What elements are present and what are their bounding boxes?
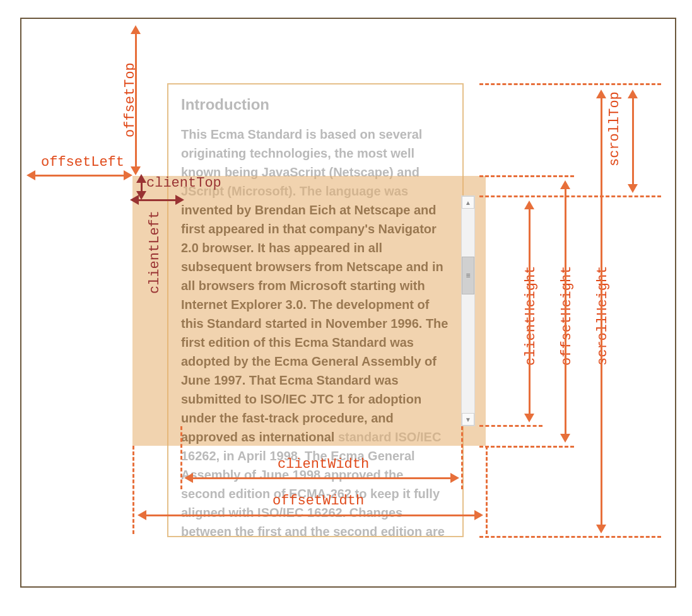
cap-client-top-u: [136, 169, 146, 183]
arrow-client-height: [529, 204, 531, 416]
cap-offset-left-l: [21, 170, 35, 180]
cap-scroll-height-u: [596, 84, 606, 98]
cap-offset-left-r: [124, 170, 138, 180]
label-client-height: clientHeight: [523, 266, 539, 366]
cap-offset-top-up: [131, 20, 141, 34]
diagram-stage: Introduction This Ecma Standard is based…: [0, 0, 692, 616]
content-heading: Introduction: [181, 96, 450, 113]
cap-offset-height-u: [560, 175, 570, 189]
cap-client-left-l: [125, 195, 139, 205]
scrollbar-thumb[interactable]: ≡: [462, 257, 474, 294]
cap-offset-height-d: [560, 434, 570, 448]
arrow-scroll-top: [632, 93, 634, 187]
scrollbar[interactable]: ▲ ≡ ▼: [461, 195, 475, 426]
arrow-client-width: [189, 477, 453, 479]
cap-client-left-r: [175, 195, 189, 205]
arrow-client-left: [134, 199, 179, 201]
label-client-top: clientTop: [146, 175, 221, 191]
arrow-scroll-height: [601, 93, 602, 527]
label-offset-height: offsetHeight: [559, 266, 575, 366]
cap-scroll-height-d: [596, 525, 606, 538]
arrow-offset-top: [135, 29, 137, 170]
cap-offset-width-r: [474, 510, 488, 520]
label-client-left: clientLeft: [147, 211, 163, 294]
guide-bottom-content: [479, 536, 661, 538]
arrow-offset-height: [565, 184, 566, 436]
cap-scroll-top-d: [628, 184, 638, 198]
label-client-width: clientWidth: [278, 456, 369, 472]
cap-client-height-d: [524, 414, 534, 427]
scroll-up-button[interactable]: ▲: [462, 196, 474, 209]
content-paragraph: This Ecma Standard is based on several o…: [181, 125, 450, 537]
arrow-offset-width: [143, 514, 477, 516]
label-offset-left: offsetLeft: [41, 154, 124, 170]
arrow-offset-left: [32, 175, 126, 177]
label-scroll-height: scrollHeight: [595, 266, 611, 366]
cap-offset-width-l: [132, 510, 146, 520]
cap-scroll-top-u: [628, 84, 638, 98]
guide-left-offset: [132, 446, 134, 534]
label-scroll-top: scrollTop: [607, 91, 623, 166]
cap-client-height-u: [524, 195, 534, 209]
guide-right-offset: [486, 446, 488, 534]
label-offset-width: offsetWidth: [273, 493, 364, 509]
content-bold: invented by Brendan Eich at Netscape and…: [181, 203, 448, 444]
cap-client-width-l: [179, 473, 193, 483]
cap-client-width-r: [450, 473, 464, 483]
content-post: standard ISO/IEC 16262, in April 1998. T…: [181, 430, 445, 537]
scroll-down-button[interactable]: ▼: [462, 413, 474, 426]
